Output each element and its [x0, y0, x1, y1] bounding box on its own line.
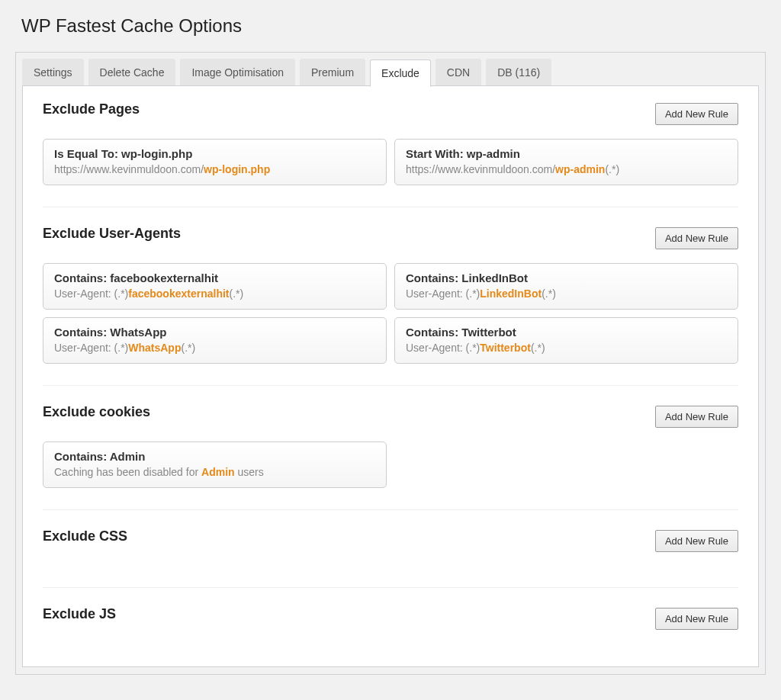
rule-desc-pre: User-Agent: (.*)	[54, 287, 128, 300]
section-title: Exclude CSS	[43, 528, 127, 544]
rule-card[interactable]: Is Equal To: wp-login.phphttps://www.kev…	[43, 139, 387, 185]
section-title: Exclude cookies	[43, 404, 150, 420]
rule-desc-post: users	[235, 466, 264, 478]
rules-grid: Is Equal To: wp-login.phphttps://www.kev…	[43, 139, 738, 185]
rule-description: https://www.kevinmuldoon.com/wp-admin(.*…	[406, 163, 727, 175]
rule-card[interactable]: Contains: WhatsAppUser-Agent: (.*)WhatsA…	[43, 317, 387, 364]
rule-description: https://www.kevinmuldoon.com/wp-login.ph…	[54, 163, 375, 175]
section-header: Exclude User-AgentsAdd New Rule	[43, 226, 738, 249]
rule-description: User-Agent: (.*)Twitterbot(.*)	[406, 342, 727, 354]
rules-grid: Contains: facebookexternalhitUser-Agent:…	[43, 263, 738, 364]
rule-desc-highlight: WhatsApp	[128, 342, 181, 354]
rule-title: Contains: Admin	[54, 450, 375, 463]
rule-desc-highlight: Admin	[201, 466, 235, 478]
section-header: Exclude CSSAdd New Rule	[43, 528, 738, 552]
add-new-rule-button[interactable]: Add New Rule	[655, 103, 738, 125]
rule-desc-highlight: LinkedInBot	[480, 287, 542, 300]
rule-card[interactable]: Contains: LinkedInBotUser-Agent: (.*)Lin…	[394, 263, 738, 310]
tab-db-116-[interactable]: DB (116)	[486, 59, 551, 86]
rule-desc-highlight: wp-admin	[555, 163, 605, 175]
rule-card[interactable]: Start With: wp-adminhttps://www.kevinmul…	[394, 139, 738, 185]
tab-image-optimisation[interactable]: Image Optimisation	[180, 59, 295, 86]
rule-title: Contains: facebookexternalhit	[54, 271, 375, 284]
rule-desc-pre: User-Agent: (.*)	[406, 342, 480, 354]
rule-desc-pre: https://www.kevinmuldoon.com/	[54, 163, 204, 175]
section-exclude-js: Exclude JSAdd New Rule	[43, 606, 738, 630]
rule-desc-highlight: Twitterbot	[480, 342, 531, 354]
rule-card[interactable]: Contains: facebookexternalhitUser-Agent:…	[43, 263, 387, 310]
section-header: Exclude cookiesAdd New Rule	[43, 404, 738, 428]
add-new-rule-button[interactable]: Add New Rule	[655, 406, 738, 428]
section-header: Exclude JSAdd New Rule	[43, 606, 738, 630]
section-exclude-pages: Exclude PagesAdd New RuleIs Equal To: wp…	[43, 101, 738, 207]
section-title: Exclude JS	[43, 606, 116, 622]
rule-title: Start With: wp-admin	[406, 147, 727, 160]
rule-desc-post: (.*)	[605, 163, 619, 175]
rule-description: Caching has been disabled for Admin user…	[54, 466, 375, 478]
tab-exclude[interactable]: Exclude	[370, 59, 431, 87]
add-new-rule-button[interactable]: Add New Rule	[655, 227, 738, 249]
section-title: Exclude Pages	[43, 101, 140, 117]
rule-title: Contains: LinkedInBot	[406, 271, 727, 284]
rule-card[interactable]: Contains: TwitterbotUser-Agent: (.*)Twit…	[394, 317, 738, 364]
rule-desc-pre: User-Agent: (.*)	[406, 287, 480, 300]
tab-settings[interactable]: Settings	[22, 59, 84, 86]
rule-description: User-Agent: (.*)WhatsApp(.*)	[54, 342, 375, 354]
section-header: Exclude PagesAdd New Rule	[43, 101, 738, 125]
rule-card[interactable]: Contains: AdminCaching has been disabled…	[43, 442, 387, 488]
section-title: Exclude User-Agents	[43, 226, 181, 242]
rule-description: User-Agent: (.*)LinkedInBot(.*)	[406, 287, 727, 300]
rule-title: Contains: Twitterbot	[406, 326, 727, 339]
tab-cdn[interactable]: CDN	[435, 59, 481, 86]
rule-desc-post: (.*)	[230, 287, 244, 300]
tab-delete-cache[interactable]: Delete Cache	[88, 59, 176, 86]
section-exclude-user-agents: Exclude User-AgentsAdd New RuleContains:…	[43, 226, 738, 386]
rule-desc-post: (.*)	[181, 342, 195, 354]
tabs-bar: SettingsDelete CacheImage OptimisationPr…	[16, 53, 765, 86]
section-exclude-css: Exclude CSSAdd New Rule	[43, 528, 738, 588]
options-panel: SettingsDelete CacheImage OptimisationPr…	[15, 52, 766, 675]
page-title: WP Fastest Cache Options	[21, 15, 766, 37]
rule-desc-pre: Caching has been disabled for	[54, 466, 201, 478]
rule-desc-highlight: wp-login.php	[204, 163, 270, 175]
rule-description: User-Agent: (.*)facebookexternalhit(.*)	[54, 287, 375, 300]
section-exclude-cookies: Exclude cookiesAdd New RuleContains: Adm…	[43, 404, 738, 510]
add-new-rule-button[interactable]: Add New Rule	[655, 530, 738, 552]
rule-title: Contains: WhatsApp	[54, 326, 375, 339]
tab-content-exclude: Exclude PagesAdd New RuleIs Equal To: wp…	[22, 85, 759, 667]
add-new-rule-button[interactable]: Add New Rule	[655, 608, 738, 630]
tab-premium[interactable]: Premium	[300, 59, 365, 86]
rule-title: Is Equal To: wp-login.php	[54, 147, 375, 160]
rule-desc-post: (.*)	[542, 287, 556, 300]
rules-grid: Contains: AdminCaching has been disabled…	[43, 442, 738, 488]
rule-desc-post: (.*)	[531, 342, 545, 354]
rule-desc-pre: User-Agent: (.*)	[54, 342, 128, 354]
rule-desc-pre: https://www.kevinmuldoon.com/	[406, 163, 555, 175]
rule-desc-highlight: facebookexternalhit	[128, 287, 229, 300]
